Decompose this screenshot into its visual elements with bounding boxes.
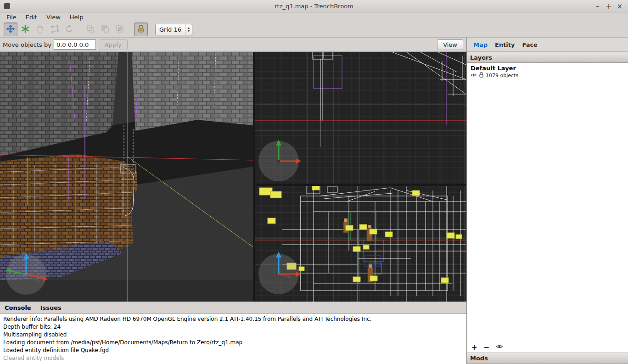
- move-objects-label: Move objects by: [3, 41, 51, 48]
- console-tab-bar: Console Issues: [0, 302, 466, 314]
- tab-map[interactable]: Map: [471, 40, 489, 49]
- remove-layer-button[interactable]: −: [484, 344, 490, 351]
- console-line: Depth buffer bits: 24: [3, 323, 463, 331]
- viewport-2d-bottom[interactable]: [255, 186, 466, 302]
- grid-size-value: Grid 16: [156, 26, 185, 33]
- menu-file[interactable]: File: [2, 13, 21, 22]
- view-dropdown-button[interactable]: View: [437, 39, 463, 50]
- layer-object-count: 1079 objects: [486, 73, 518, 78]
- clip-icon: [35, 24, 45, 35]
- vertex-icon: [50, 24, 59, 35]
- layer-lock-icon[interactable]: [479, 72, 484, 79]
- clip-tool-button[interactable]: [33, 22, 47, 36]
- menu-edit[interactable]: Edit: [21, 13, 42, 22]
- spinner-down-icon[interactable]: ▾: [188, 29, 190, 33]
- maximize-button[interactable]: +: [603, 2, 614, 11]
- csg-intersect-button[interactable]: [113, 22, 127, 36]
- layer-row-default[interactable]: Default Layer 1079 objects: [467, 63, 628, 81]
- mods-header[interactable]: Mods: [467, 353, 628, 364]
- brush-tool-button[interactable]: [18, 22, 32, 36]
- tab-entity[interactable]: Entity: [493, 40, 517, 49]
- add-layer-button[interactable]: +: [471, 344, 477, 351]
- csg-convex-merge-button[interactable]: [84, 22, 97, 36]
- grid-size-select[interactable]: Grid 16 ▴ ▾: [155, 24, 192, 35]
- viewport-3d[interactable]: [0, 52, 253, 302]
- csg-subtract-icon: [101, 24, 110, 35]
- csg-merge-icon: [86, 24, 95, 35]
- layers-header: Layers: [467, 52, 628, 63]
- move-tool-button[interactable]: [4, 22, 17, 36]
- close-button[interactable]: ×: [614, 2, 625, 11]
- rotate-icon: [65, 24, 74, 35]
- console-line: Cleared entity models: [3, 354, 463, 362]
- vertex-tool-button[interactable]: [48, 22, 62, 36]
- layer-controls: + −: [467, 342, 628, 353]
- titlebar[interactable]: rtz_q1.map - TrenchBroom – + ×: [0, 0, 628, 12]
- tab-console[interactable]: Console: [5, 304, 31, 311]
- lock-icon: [136, 24, 146, 35]
- grid-size-spinner[interactable]: ▴ ▾: [185, 24, 192, 35]
- console-line: Loading document from /media/psf/Home/Do…: [3, 339, 463, 347]
- console-line: Loaded entity definition file Quake.fgd: [3, 347, 463, 354]
- console-line: Multisampling disabled: [3, 331, 463, 339]
- menu-help[interactable]: Help: [65, 13, 88, 22]
- tab-face[interactable]: Face: [521, 40, 539, 49]
- trenchbroom-window: rtz_q1.map - TrenchBroom – + × File Edit…: [0, 0, 628, 364]
- texture-lock-button[interactable]: [134, 22, 148, 36]
- layer-name: Default Layer: [467, 63, 628, 72]
- console-output[interactable]: Renderer info: Parallels using AMD Radeo…: [0, 314, 466, 364]
- green-star-icon: [21, 24, 30, 35]
- rotate-tool-button[interactable]: [62, 22, 76, 36]
- app-icon: [4, 3, 10, 9]
- menubar: File Edit View Help: [0, 12, 628, 22]
- inspector-tab-bar: Map Entity Face: [467, 38, 628, 52]
- toggle-visibility-button[interactable]: [496, 344, 503, 351]
- apply-button[interactable]: Apply: [99, 39, 128, 50]
- viewport-2d-top[interactable]: [255, 52, 466, 184]
- viewport-2d-bottom-scene: [255, 186, 466, 302]
- action-bar: Move objects by Apply View: [0, 38, 466, 52]
- camera-gizmo-front: [258, 252, 301, 294]
- console-line: Renderer info: Parallels using AMD Radeo…: [3, 315, 463, 323]
- layer-list-area[interactable]: [467, 81, 628, 342]
- camera-gizmo-top: [258, 140, 301, 181]
- csg-intersect-icon: [115, 24, 124, 35]
- layers-header-label: Layers: [470, 54, 492, 61]
- inspector-panel: Map Entity Face Layers Default Layer 107…: [466, 38, 628, 364]
- toolbar: Grid 16 ▴ ▾: [0, 22, 628, 38]
- tab-issues[interactable]: Issues: [40, 304, 62, 311]
- window-title: rtz_q1.map - TrenchBroom: [0, 3, 628, 10]
- mods-header-label: Mods: [470, 355, 488, 362]
- layer-visibility-icon[interactable]: [471, 73, 477, 79]
- viewport-3d-scene: [0, 52, 253, 302]
- move-arrows-icon: [6, 24, 15, 35]
- viewport-2d-top-scene: [255, 52, 466, 184]
- csg-subtract-button[interactable]: [98, 22, 112, 36]
- move-objects-input[interactable]: [54, 39, 96, 50]
- menu-view[interactable]: View: [42, 13, 65, 22]
- minimize-button[interactable]: –: [592, 2, 603, 11]
